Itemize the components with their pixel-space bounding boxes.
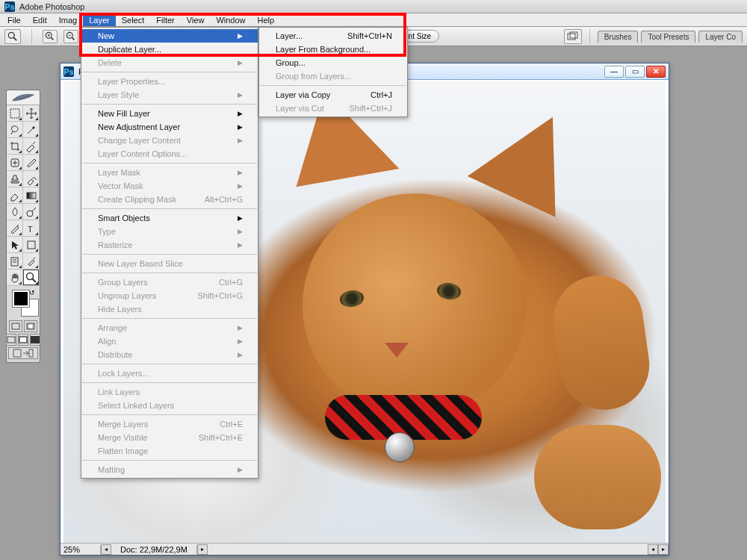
svg-rect-12 [10,109,19,118]
color-swatches[interactable]: ↺ [10,289,37,319]
layer-menu-separator [82,208,257,209]
menu-file[interactable]: File [1,14,27,26]
app-titlebar: Ps Adobe Photoshop [0,0,747,13]
tool-eyedropper[interactable] [23,253,40,270]
separator [31,29,32,44]
tool-zoom[interactable] [23,270,40,286]
layer-menu-arrange: Arrange▶ [81,321,258,335]
palette-well-button[interactable] [564,29,582,44]
close-button[interactable]: ✕ [646,66,666,78]
menu-item-label: Align [98,337,116,346]
layer-menu-flatten-image: Flatten Image [81,444,258,458]
screen-full-button[interactable] [30,334,40,346]
menu-item-label: Layer Style [98,90,139,99]
tool-magic-wand[interactable] [23,122,40,138]
menu-layer[interactable]: Layer [83,14,116,26]
layer-menu-ungroup-layers: Ungroup LayersShift+Ctrl+G [81,289,258,302]
status-left-button[interactable]: ◂ [101,544,111,555]
layer-menu-smart-objects[interactable]: Smart Objects▶ [81,211,258,225]
doc-info-value: 22,9M/22,9M [140,545,187,554]
menu-item-label: Layer via Cut [276,104,324,113]
quickmask-mode-button[interactable] [24,320,37,332]
tool-eraser[interactable] [7,187,23,204]
swap-colors-icon[interactable]: ↺ [29,289,35,296]
hscroll-left[interactable]: ◂ [648,544,658,555]
layer-menu-link-layers: Link Layers [81,385,258,399]
menu-shortcut: Alt+Ctrl+G [187,195,243,204]
tool-type[interactable]: T [23,220,40,237]
menu-item-label: Link Layers [98,388,140,396]
menu-view[interactable]: View [181,14,211,26]
submenu-arrow-icon: ▶ [220,337,243,345]
doc-info[interactable]: Doc: 22,9M/22,9M [111,545,197,554]
layer-menu-new-adjustment-layer[interactable]: New Adjustment Layer▶ [81,120,258,134]
tool-slice[interactable] [23,138,40,155]
layer-menu-layer-properties: Layer Properties... [81,75,258,88]
menu-filter[interactable]: Filter [150,14,180,26]
tool-preset-chooser[interactable] [4,29,21,44]
menu-shortcut: Ctrl+J [353,90,392,99]
hscroll-right[interactable]: ▸ [658,544,669,555]
menu-edit[interactable]: Edit [27,14,53,26]
layer-menu-create-clipping-mask: Create Clipping MaskAlt+Ctrl+G [81,193,258,206]
tool-blur[interactable] [7,204,23,220]
submenu-arrow-icon: ▶ [220,214,243,222]
menu-item-label: Smart Objects [98,214,150,223]
tool-dodge[interactable] [23,204,40,220]
menu-image[interactable]: Imag [53,14,83,26]
tool-hand[interactable] [7,270,23,286]
tool-history-brush[interactable] [23,171,40,187]
layer-menu-type: Type▶ [81,225,258,238]
maximize-button[interactable]: ▭ [625,66,645,78]
zoom-in-button[interactable] [43,30,58,43]
layer-menu-separator [82,364,257,364]
new-submenu-layer-via-copy[interactable]: Layer via CopyCtrl+J [259,88,407,102]
tool-stamp[interactable] [7,171,23,187]
new-submenu-layer-from-background[interactable]: Layer From Background... [259,43,407,56]
standard-mode-button[interactable] [9,320,22,332]
zoom-level[interactable]: 25% [61,545,101,554]
tool-gradient[interactable] [23,187,40,204]
tool-brush[interactable] [23,155,40,171]
layer-comps-tab[interactable]: Layer Co [698,31,743,43]
menu-help[interactable]: Help [252,14,281,26]
menu-window[interactable]: Window [210,14,251,26]
zoom-out-button[interactable] [63,30,78,43]
screen-standard-button[interactable] [6,334,16,346]
tool-crop[interactable] [7,138,23,155]
tool-lasso[interactable] [7,122,23,138]
menu-item-label: Create Clipping Mask [98,195,176,204]
tool-move[interactable] [23,105,40,122]
submenu-arrow-icon: ▶ [220,137,243,144]
layer-menu-matting: Matting▶ [81,463,258,476]
tool-shape[interactable] [23,237,40,253]
tool-presets-tab[interactable]: Tool Presets [641,31,695,43]
new-submenu-layer[interactable]: Layer...Shift+Ctrl+N [259,29,407,43]
tool-marquee[interactable] [7,105,23,122]
tool-healing[interactable] [7,155,23,171]
jump-to-imageready-button[interactable] [8,347,38,359]
new-submenu-group[interactable]: Group... [259,56,407,69]
toolbox: T ↺ [6,90,40,363]
submenu-arrow-icon: ▶ [220,324,243,332]
new-submenu-dropdown: Layer...Shift+Ctrl+NLayer From Backgroun… [258,27,408,117]
menu-item-label: Merge Visible [98,433,147,442]
brushes-tab[interactable]: Brushes [598,31,639,43]
layer-menu-separator [82,382,257,383]
layer-menu-separator [82,254,257,255]
menu-item-label: Change Layer Content [98,136,181,145]
tool-notes[interactable] [7,253,23,270]
tool-path-select[interactable] [7,237,23,253]
tool-pen[interactable] [7,220,23,237]
layer-menu-new-fill-layer[interactable]: New Fill Layer▶ [81,107,258,120]
layer-menu-new[interactable]: New▶ [81,29,258,43]
screen-full-menubar-button[interactable] [18,334,28,346]
minimize-button[interactable]: — [604,66,624,78]
toolbox-header[interactable] [7,90,40,105]
foreground-color-swatch[interactable] [13,290,29,307]
layer-menu-duplicate-layer[interactable]: Duplicate Layer... [81,43,258,56]
status-menu-button[interactable]: ▸ [197,544,208,555]
layer-menu-separator [82,318,257,319]
menu-select[interactable]: Select [116,14,151,26]
app-title: Adobe Photoshop [19,2,84,11]
